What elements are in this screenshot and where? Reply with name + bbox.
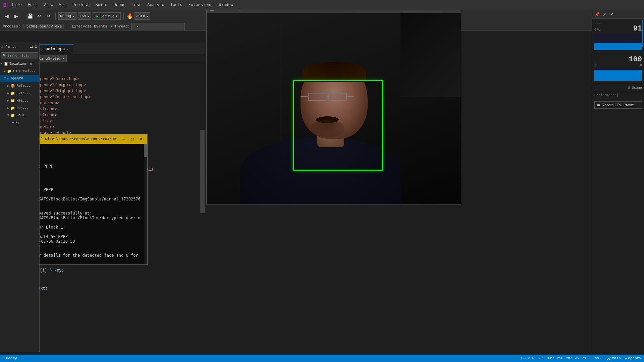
solution-icon: 📋 xyxy=(4,62,8,66)
mem-value: 100 xyxy=(629,55,642,64)
thread-label: Thread: xyxy=(114,24,130,28)
console-scrollbar-thumb[interactable] xyxy=(144,144,147,157)
folder-icon: 📁 xyxy=(7,69,12,73)
solution-explorer-header: Solut... ⇄ ⚙ xyxy=(0,43,39,51)
status-errors[interactable]: ↕ 0 / 0 xyxy=(520,356,535,361)
forward-btn[interactable]: ▶ xyxy=(12,12,20,20)
usage-label: U Usage xyxy=(594,86,642,90)
search-placeholder-text: Search Solu xyxy=(7,54,30,58)
cpu-bar-fill xyxy=(594,43,642,51)
status-branch[interactable]: ⎇ main xyxy=(606,356,621,361)
continue-button[interactable]: ▶ Continue ▾ xyxy=(93,12,121,20)
status-project[interactable]: ◈ openCV xyxy=(625,356,641,361)
ref-icon: 📦 xyxy=(10,84,15,88)
debug-mode-dropdown[interactable]: Debug ▾ xyxy=(58,12,76,20)
perf-panel-controls: 📌 ⤢ ✕ xyxy=(592,10,644,19)
resource-icon: 📁 xyxy=(10,106,15,110)
tree-file-r[interactable]: + +r xyxy=(0,119,39,126)
tree-opencv[interactable]: ▼ ⬦ openCV xyxy=(0,75,39,82)
tab-close-icon[interactable]: ✕ xyxy=(67,47,69,51)
menu-tools[interactable]: Tools xyxy=(168,1,185,9)
perf-section-usage: U Usage xyxy=(592,84,644,92)
tree-header[interactable]: ▶ 📁 Hea... xyxy=(0,97,39,104)
process-label: Process: xyxy=(3,24,20,28)
tree-references[interactable]: ▶ 📦 Refe... xyxy=(0,82,39,89)
file-add-icon: + xyxy=(12,121,14,125)
tree-external[interactable]: ▶ 📁 External... xyxy=(0,67,39,75)
search-icon: 🔍 xyxy=(3,54,7,58)
soul-icon: 📁 xyxy=(10,113,15,118)
perf-panel-expand[interactable]: ⤢ xyxy=(601,11,608,18)
menu-edit[interactable]: Edit xyxy=(25,1,40,9)
ready-icon: ✓ xyxy=(3,356,5,361)
perf-section-mem: 100 0 0 xyxy=(592,53,644,84)
separator-4 xyxy=(67,23,67,30)
process-value[interactable]: [5208] openCV.exe xyxy=(22,24,64,29)
perf-cpu-row: CPU 91 xyxy=(594,24,642,33)
menu-file[interactable]: File xyxy=(9,1,24,9)
vs-logo-icon xyxy=(3,2,9,8)
record-icon: ⏺ xyxy=(597,103,600,107)
cpu-value: 91 xyxy=(633,24,642,33)
status-position[interactable]: Ln: 250 Ch: 25 xyxy=(548,356,579,361)
menu-bar: File Edit View Git Project Build Debug T… xyxy=(0,0,644,10)
status-line-ending[interactable]: CRLF xyxy=(594,356,602,361)
perf-panel-pin[interactable]: 📌 xyxy=(594,11,600,18)
face-detection-box xyxy=(293,80,383,171)
code-scrollbar[interactable] xyxy=(200,75,205,352)
back-btn[interactable]: ◀ xyxy=(3,12,11,20)
auto-dropdown[interactable]: Auto ▾ xyxy=(135,12,150,20)
menu-git[interactable]: Git xyxy=(56,1,69,9)
performance-panel: 📌 ⤢ ✕ ... CPU 91 100 0 0 U Usage Perform… xyxy=(592,10,644,352)
warning-icon: ✏ xyxy=(538,356,541,361)
separator-3 xyxy=(123,13,124,19)
console-scrollbar[interactable] xyxy=(144,144,147,264)
ext-icon: 📁 xyxy=(10,91,15,96)
menu-analyze[interactable]: Analyze xyxy=(145,1,167,9)
perf-dots-label: ... xyxy=(594,21,642,24)
sync-icon[interactable]: ⇄ xyxy=(30,44,33,49)
code-scrollbar-thumb[interactable] xyxy=(200,130,205,213)
tab-main-cpp[interactable]: C main.cpp ✕ xyxy=(37,44,73,54)
menu-test[interactable]: Test xyxy=(129,1,144,9)
status-bar: ✓ Ready ↕ 0 / 0 ✏ 1 Ln: 250 Ch: 25 SPC C… xyxy=(0,355,644,362)
thread-dropdown[interactable]: ▾ xyxy=(131,23,185,30)
tree-soul[interactable]: ▼ 📁 Soul xyxy=(0,112,39,119)
console-minimize[interactable]: ─ xyxy=(120,136,127,142)
platform-dropdown[interactable]: x64 ▾ xyxy=(78,12,91,20)
project-status-icon: ◈ xyxy=(625,356,627,361)
status-encoding[interactable]: SPC xyxy=(583,356,590,361)
bg-curtain-shape xyxy=(400,13,461,97)
redo-btn[interactable]: ↪ xyxy=(45,12,53,20)
settings-icon[interactable]: ⚙ xyxy=(34,44,38,49)
status-ready[interactable]: ✓ Ready xyxy=(3,356,17,361)
menu-project[interactable]: Project xyxy=(70,1,92,9)
solution-search-box[interactable]: 🔍 Search Solu xyxy=(1,52,38,59)
tree-external-deps[interactable]: ▶ 📁 Exte... xyxy=(0,89,39,97)
status-warnings[interactable]: ✏ 1 xyxy=(538,356,544,361)
error-icon: ↕ xyxy=(520,356,523,360)
undo-btn[interactable]: ↩ xyxy=(35,12,43,20)
lifecycle-events-btn[interactable]: Lifecycle Events xyxy=(70,24,109,29)
perf-panel-close[interactable]: ✕ xyxy=(608,11,615,18)
menu-extensions[interactable]: Extensions xyxy=(186,1,215,9)
face-camera-view xyxy=(207,13,461,204)
perf-mem-row: 100 xyxy=(594,55,642,64)
perf-section-cpu: ... CPU 91 xyxy=(592,19,644,53)
save-btn[interactable]: 💾 xyxy=(26,12,34,20)
status-right-items: ↕ 0 / 0 ✏ 1 Ln: 250 Ch: 25 SPC CRLF ⎇ ma… xyxy=(520,356,641,361)
menu-build[interactable]: Build xyxy=(93,1,110,9)
tree-resource[interactable]: ▶ 📁 Res... xyxy=(0,104,39,112)
console-restore[interactable]: □ xyxy=(129,136,136,142)
menu-view[interactable]: View xyxy=(41,1,56,9)
project-icon: ⬦ xyxy=(7,76,9,80)
record-cpu-button[interactable]: ⏺ Record CPU Profile xyxy=(594,101,642,109)
console-close[interactable]: ✕ xyxy=(138,136,145,142)
solution-explorer: Solut... ⇄ ⚙ 🔍 Search Solu ▼ 📋 Solution … xyxy=(0,43,40,352)
menu-window[interactable]: Window xyxy=(216,1,236,9)
menu-debug[interactable]: Debug xyxy=(111,1,128,9)
tree-solution[interactable]: ▼ 📋 Solution 'o' xyxy=(0,60,39,67)
git-branch-icon: ⎇ xyxy=(606,356,611,361)
perf-scroll-indicator xyxy=(642,20,643,47)
mem-minmax: 0 0 xyxy=(594,64,642,67)
